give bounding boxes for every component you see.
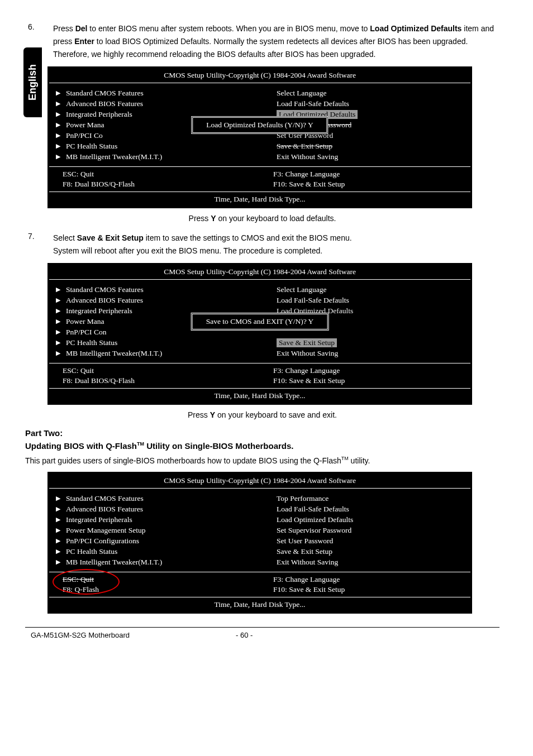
menu-item[interactable]: ▶Advanced BIOS Features [49, 98, 260, 109]
menu-item[interactable]: ▶Integrated Peripherals [49, 514, 260, 525]
bios-footer: Time, Date, Hard Disk Type... [49, 192, 470, 207]
key-hint: ESC: Quit [49, 575, 155, 585]
bios-right-column: Top Performance Load Fail-Safe Defaults … [260, 489, 470, 572]
menu-item[interactable]: ▶PC Health Status [49, 141, 260, 151]
menu-item[interactable]: ▶Advanced BIOS Features [49, 504, 260, 514]
bios-screen-qflash: CMOS Setup Utility-Copyright (C) 1984-20… [47, 472, 472, 614]
dialog-save-exit: Save to CMOS and EXIT (Y/N)? Y [191, 313, 329, 331]
menu-item[interactable]: Top Performance [260, 493, 470, 504]
arrow-right-icon: ▶ [56, 132, 60, 139]
arrow-right-icon: ▶ [56, 328, 60, 336]
key-hint: F3: Change Language [260, 366, 365, 376]
menu-item[interactable]: ▶Standard CMOS Features [49, 88, 260, 98]
key-hint: F8: Dual BIOS/Q-Flash [49, 179, 155, 189]
bios-screen-save-exit: CMOS Setup Utility-Copyright (C) 1984-20… [47, 263, 472, 405]
menu-item[interactable]: Save & Exit Setup [260, 546, 470, 557]
arrow-right-icon: ▶ [56, 142, 60, 150]
step-6: 6. Press Del to enter BIOS menu after sy… [25, 22, 499, 61]
menu-item[interactable]: Load Fail-Safe Defaults [260, 295, 470, 305]
bios-title: CMOS Setup Utility-Copyright (C) 1984-20… [49, 68, 470, 83]
bios-title: CMOS Setup Utility-Copyright (C) 1984-20… [49, 473, 470, 489]
arrow-right-icon: ▶ [56, 89, 60, 97]
key-hint: F3: Change Language [260, 169, 365, 179]
bios-footer: Time, Date, Hard Disk Type... [49, 597, 470, 612]
arrow-right-icon: ▶ [56, 495, 60, 502]
menu-item[interactable]: ▶Power Management Setup [49, 525, 260, 535]
dialog-load-defaults: Load Optimized Defaults (Y/N)? Y [191, 116, 328, 134]
page-number: - 60 - [236, 631, 253, 639]
menu-item[interactable]: Select Language [260, 88, 470, 98]
bios-left-column: ▶Standard CMOS Features ▶Advanced BIOS F… [49, 489, 260, 572]
caption-save-exit: Press Y on your keyboard to save and exi… [25, 410, 499, 419]
caption-load-defaults: Press Y on your keyboard to load default… [25, 214, 499, 223]
arrow-right-icon: ▶ [56, 121, 60, 128]
key-hint: F10: Save & Exit Setup [260, 585, 365, 595]
arrow-right-icon: ▶ [56, 516, 60, 523]
key-hint: ESC: Quit [49, 169, 155, 179]
key-hint-qflash: F8: Q-Flash [49, 585, 155, 595]
menu-item[interactable]: ▶PC Health Status [49, 546, 260, 557]
footer-model: GA-M51GM-S2G Motherboard [31, 631, 130, 639]
bios-key-hints: ESC: Quit F8: Q-Flash F3: Change Languag… [49, 572, 470, 597]
key-hint: ESC: Quit [49, 366, 155, 376]
arrow-right-icon: ▶ [56, 339, 60, 346]
menu-item[interactable]: ▶Advanced BIOS Features [49, 295, 260, 305]
bios-title: CMOS Setup Utility-Copyright (C) 1984-20… [49, 265, 470, 280]
step-text: Select Save & Exit Setup item to save th… [53, 232, 499, 257]
menu-item[interactable]: Exit Without Saving [260, 151, 470, 162]
key-hint: F8: Dual BIOS/Q-Flash [49, 376, 155, 386]
key-hint: F3: Change Language [260, 575, 365, 585]
menu-item[interactable]: ▶Standard CMOS Features [49, 284, 260, 295]
arrow-right-icon: ▶ [56, 548, 60, 555]
menu-item[interactable]: Set User Password [260, 535, 470, 546]
part-two-intro: This part guides users of single-BIOS mo… [25, 455, 499, 467]
menu-item[interactable]: Set Supervisor Password [260, 525, 470, 535]
step-number: 7. [25, 232, 53, 257]
bios-footer: Time, Date, Hard Disk Type... [49, 388, 470, 403]
menu-item[interactable]: ▶Standard CMOS Features [49, 493, 260, 504]
menu-item[interactable]: Save & Exit Setup [260, 141, 470, 151]
bios-key-hints: ESC: Quit F8: Dual BIOS/Q-Flash F3: Chan… [49, 167, 470, 192]
arrow-right-icon: ▶ [56, 100, 60, 107]
arrow-right-icon: ▶ [56, 505, 60, 513]
language-tab: English [23, 47, 42, 117]
arrow-right-icon: ▶ [56, 558, 60, 566]
key-hint: F10: Save & Exit Setup [260, 376, 365, 386]
arrow-right-icon: ▶ [56, 286, 60, 293]
arrow-right-icon: ▶ [56, 111, 60, 118]
arrow-right-icon: ▶ [56, 153, 60, 160]
menu-item[interactable]: Load Fail-Safe Defaults [260, 98, 470, 109]
menu-item[interactable]: ▶PnP/PCI Configurations [49, 535, 260, 546]
arrow-right-icon: ▶ [56, 350, 60, 357]
page-content: 6. Press Del to enter BIOS menu after sy… [0, 0, 533, 650]
arrow-right-icon: ▶ [56, 296, 60, 304]
arrow-right-icon: ▶ [56, 527, 60, 534]
menu-item-highlighted[interactable]: Save & Exit Setup [260, 337, 470, 348]
step-text: Press Del to enter BIOS menu after syste… [53, 22, 499, 61]
bios-screen-load-defaults: CMOS Setup Utility-Copyright (C) 1984-20… [47, 66, 472, 208]
menu-item[interactable]: ▶MB Intelligent Tweaker(M.I.T.) [49, 151, 260, 162]
menu-item[interactable]: Exit Without Saving [260, 557, 470, 567]
footer-divider [25, 627, 499, 628]
arrow-right-icon: ▶ [56, 307, 60, 314]
arrow-right-icon: ▶ [56, 318, 60, 325]
part-two-subheading: Updating BIOS with Q-FlashTM Utility on … [25, 441, 499, 451]
step-7: 7. Select Save & Exit Setup item to save… [25, 232, 499, 257]
page-footer: GA-M51GM-S2G Motherboard - 60 - [25, 631, 499, 639]
key-hint: F10: Save & Exit Setup [260, 179, 365, 189]
menu-item[interactable]: ▶PC Health Status [49, 337, 260, 348]
menu-item[interactable]: Load Optimized Defaults [260, 514, 470, 525]
menu-item[interactable]: Select Language [260, 284, 470, 295]
menu-item[interactable]: ▶MB Intelligent Tweaker(M.I.T.) [49, 557, 260, 567]
menu-item[interactable]: Exit Without Saving [260, 348, 470, 358]
menu-item[interactable]: ▶MB Intelligent Tweaker(M.I.T.) [49, 348, 260, 358]
bios-key-hints: ESC: Quit F8: Dual BIOS/Q-Flash F3: Chan… [49, 363, 470, 388]
part-two-heading: Part Two: [25, 428, 499, 438]
arrow-right-icon: ▶ [56, 537, 60, 544]
menu-item[interactable]: Load Fail-Safe Defaults [260, 504, 470, 514]
